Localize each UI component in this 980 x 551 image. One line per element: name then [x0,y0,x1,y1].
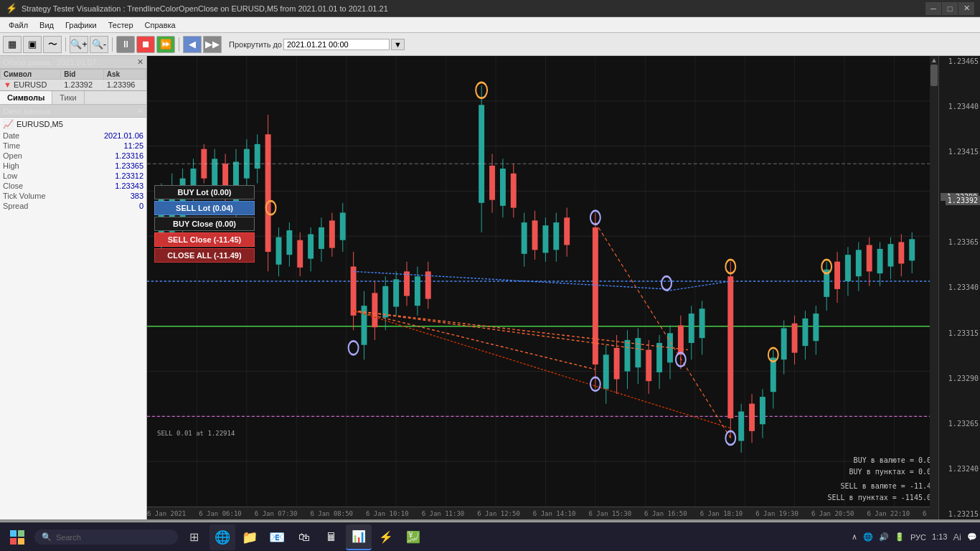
svg-rect-85 [500,169,506,206]
taskview-button[interactable]: ⊞ [181,524,207,550]
svg-rect-63 [340,212,346,240]
svg-rect-125 [749,404,755,431]
market-row-eurusd[interactable]: ▼ EURUSD 1.23392 1.23396 [1,80,146,90]
clock-time: 1:13 [932,532,947,542]
scroll-date-picker[interactable]: ▼ [391,39,405,50]
stop-button[interactable]: ⏹ [136,36,155,53]
svg-rect-51 [276,237,282,265]
taskbar-store-icon[interactable]: 🛍 [291,524,317,550]
taskbar-calc-icon[interactable]: 🖩 [319,524,344,550]
toolbar-btn-3[interactable]: 〜 [43,36,62,53]
scroll-thumb[interactable] [930,65,938,86]
price-label: 1.23240 [941,465,979,473]
buy-points: BUY в пунктах = 0.00 [827,466,936,478]
taskbar-thunder-icon[interactable]: 💹 [400,524,426,550]
svg-rect-87 [511,174,517,208]
time-label: 6 Jan 18:10 [700,510,743,517]
svg-rect-81 [479,105,484,203]
scroll-date-input[interactable] [283,39,390,50]
data-table: Date2021.01.06Time11:25Open1.23316High1.… [0,131,146,211]
language-indicator[interactable]: РУС [910,533,926,542]
window-title: Strategy Tester Visualization : Trendlin… [22,4,925,13]
price-label: 1.23265 [941,420,979,428]
time-label: 6 Jan 07:30 [255,510,298,517]
taskbar-metatrader-icon[interactable]: ⚡ [373,524,399,550]
time-axis: 6 Jan 20216 Jan 06:106 Jan 07:306 Jan 08… [147,507,938,519]
sep-2 [112,37,113,52]
toolbar-btn-1[interactable]: ▦ [3,36,22,53]
data-window-close[interactable]: ✕ [137,106,143,116]
symbol-cell: ▼ EURUSD [1,80,61,90]
play-button[interactable]: ⏸ [116,36,135,53]
svg-rect-107 [635,338,641,367]
svg-rect-99 [593,227,598,364]
menu-file[interactable]: Файл [3,19,34,31]
sep-1 [65,37,66,52]
notifications-icon[interactable]: 💬 [967,532,977,542]
close-all-button[interactable]: CLOSE ALL (-11.49) [154,248,255,263]
menu-help[interactable]: Справка [139,19,182,31]
market-overview-close[interactable]: ✕ [137,57,143,67]
price-label: 1.23440 [941,103,979,110]
field-value: 1.23312 [75,171,146,181]
chart-area[interactable]: EURUSD,M5 · 1.23385 1.23399 1.23384 1.23… [147,56,980,519]
tab-symbols[interactable]: Символы [0,91,52,104]
nav-left-button[interactable]: ◀ [183,36,202,53]
svg-rect-149 [877,249,883,273]
svg-rect-47 [255,144,260,169]
symbol-name: EURUSD [14,80,47,89]
toolbar-btn-2[interactable]: ▣ [23,36,42,53]
svg-rect-93 [542,225,548,253]
field-value: 0 [75,201,146,211]
time-label: 6 Jan 14:10 [533,510,576,517]
menu-tester[interactable]: Тестер [103,19,139,31]
market-overview: Обзор рынка : 2021.01.07 ✕ Символ Bid As… [0,56,146,91]
time-label: 6 Jan 20:50 [811,510,854,517]
taskbar-mail-icon[interactable]: 📧 [264,524,290,550]
fast-button[interactable]: ⏩ [156,36,175,53]
clock-display[interactable]: 1:13 [932,532,947,542]
sell-lot-button[interactable]: SELL Lot (0.04) [154,201,255,215]
scroll-label: Прокрутить до [229,40,282,49]
menu-view[interactable]: Вид [34,19,60,31]
menu-charts[interactable]: Графики [60,19,103,31]
taskbar: 🔍 Search ⊞ 🌐 📁 📧 🛍 🖩 📊 ⚡ 💹 ∧ 🌐 🔊 🔋 РУС 1… [0,522,980,551]
taskbar-edge-icon[interactable]: 🌐 [209,524,235,550]
taskbar-ai[interactable]: Ai [953,532,961,542]
col-symbol: Символ [1,70,61,80]
svg-rect-133 [792,324,798,353]
buy-lot-button[interactable]: BUY Lot (0.00) [154,185,255,199]
maximize-button[interactable]: □ [942,2,958,15]
nav-right-button[interactable]: ▶▶ [203,36,222,53]
minimize-button[interactable]: ─ [925,2,941,15]
svg-rect-178 [18,538,24,545]
scroll-up-arrow[interactable]: ▲ [930,56,938,64]
search-placeholder: Search [56,533,81,542]
zoom-out-button[interactable]: 🔍- [90,36,108,53]
data-symbol-name: EURUSD,M5 [17,120,63,128]
svg-rect-119 [699,309,705,338]
tray-arrow[interactable]: ∧ [852,532,857,542]
svg-rect-109 [646,350,651,382]
close-button[interactable]: ✕ [958,2,974,15]
field-label: Low [0,171,75,181]
sell-note: SELL 0.01 at 1.22914 [157,430,235,437]
buy-close-button[interactable]: BUY Close (0.00) [154,217,255,231]
start-button[interactable] [3,524,32,550]
tab-ticks[interactable]: Тики [52,91,84,104]
svg-rect-53 [286,230,292,255]
right-scrollbar[interactable]: ▲ [930,56,938,519]
taskbar-search[interactable]: 🔍 Search [34,529,178,545]
system-tray: ∧ 🌐 🔊 🔋 РУС 1:13 Ai 💬 [852,532,977,542]
svg-rect-97 [564,217,570,245]
taskbar-folder-icon[interactable]: 📁 [237,524,263,550]
col-ask: Ask [103,70,146,80]
taskbar-chart-icon[interactable]: 📊 [346,524,372,550]
svg-rect-59 [319,227,324,249]
field-value: 11:25 [75,141,146,151]
svg-rect-39 [212,159,217,188]
sell-close-button[interactable]: SELL Close (-11.45) [154,232,255,247]
time-label: 6 Jan 10:10 [366,510,409,517]
zoom-in-button[interactable]: 🔍+ [70,36,88,53]
menu-bar: Файл Вид Графики Тестер Справка [0,17,980,33]
